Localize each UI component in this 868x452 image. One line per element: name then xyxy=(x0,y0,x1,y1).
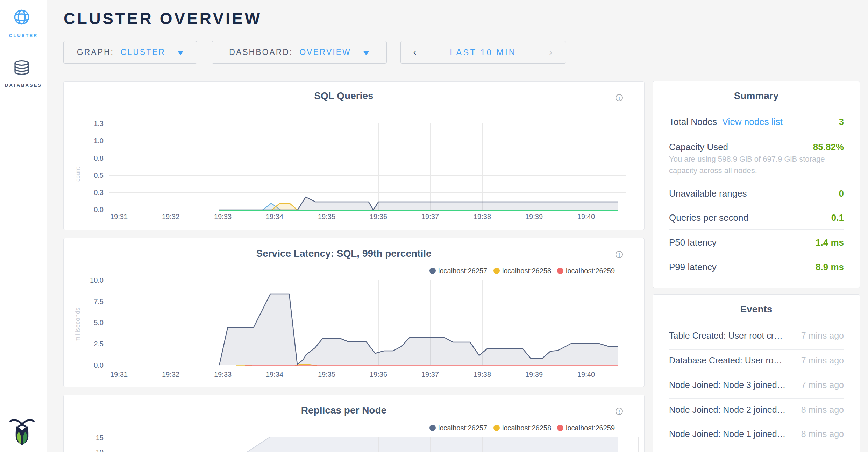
svg-text:10.0: 10.0 xyxy=(90,276,104,284)
svg-text:19:37: 19:37 xyxy=(421,370,439,378)
svg-text:localhost:26259: localhost:26259 xyxy=(566,424,615,432)
svg-text:0.8: 0.8 xyxy=(94,154,104,162)
svg-text:19:31: 19:31 xyxy=(110,213,128,220)
svg-text:localhost:26259: localhost:26259 xyxy=(566,267,615,275)
svg-text:2.5: 2.5 xyxy=(94,340,104,348)
svg-text:19:34: 19:34 xyxy=(266,213,283,220)
svg-text:19:39: 19:39 xyxy=(525,370,543,378)
svg-text:19:38: 19:38 xyxy=(474,213,491,220)
svg-text:19:40: 19:40 xyxy=(577,370,595,378)
svg-text:19:35: 19:35 xyxy=(318,370,335,378)
svg-text:milliseconds: milliseconds xyxy=(74,308,81,342)
svg-text:19:31: 19:31 xyxy=(110,370,128,378)
svg-text:1.3: 1.3 xyxy=(94,120,104,127)
svg-text:localhost:26257: localhost:26257 xyxy=(438,424,487,432)
svg-text:0.3: 0.3 xyxy=(94,189,104,196)
svg-text:19:40: 19:40 xyxy=(577,213,595,220)
svg-text:localhost:26258: localhost:26258 xyxy=(502,267,551,275)
svg-text:19:32: 19:32 xyxy=(162,213,179,220)
svg-text:count: count xyxy=(74,167,81,182)
svg-text:7.5: 7.5 xyxy=(94,298,104,305)
svg-text:0.5: 0.5 xyxy=(94,171,104,179)
svg-text:localhost:26258: localhost:26258 xyxy=(502,424,551,432)
svg-text:localhost:26257: localhost:26257 xyxy=(438,267,487,275)
svg-text:19:33: 19:33 xyxy=(214,370,232,378)
svg-text:19:33: 19:33 xyxy=(214,213,232,220)
svg-text:10: 10 xyxy=(96,448,104,452)
svg-text:19:35: 19:35 xyxy=(318,213,335,220)
svg-text:19:38: 19:38 xyxy=(474,370,491,378)
svg-text:19:32: 19:32 xyxy=(162,370,179,378)
svg-text:0.0: 0.0 xyxy=(94,206,104,213)
svg-text:19:34: 19:34 xyxy=(266,370,283,378)
svg-text:0.0: 0.0 xyxy=(94,361,104,369)
svg-text:15: 15 xyxy=(96,434,104,442)
svg-text:19:36: 19:36 xyxy=(370,213,387,220)
svg-text:19:39: 19:39 xyxy=(525,213,543,220)
svg-text:1.0: 1.0 xyxy=(94,137,104,144)
svg-text:19:37: 19:37 xyxy=(421,213,439,220)
svg-text:19:36: 19:36 xyxy=(370,370,387,378)
svg-text:5.0: 5.0 xyxy=(94,319,104,326)
